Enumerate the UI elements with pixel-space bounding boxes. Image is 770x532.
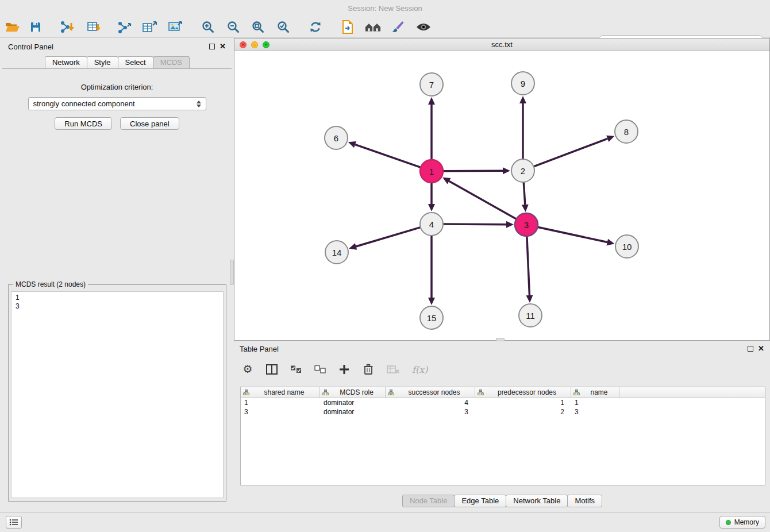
table-panel: Table Panel ✕ ⚙ f(x) shared nameMCDS rol… [234,342,770,512]
table-tab-edge-table[interactable]: Edge Table [454,495,506,507]
window-titlebar[interactable]: Session: New Session [0,0,770,16]
graph-node[interactable]: 2 [511,159,534,182]
graph-edge[interactable] [538,227,615,245]
control-tab-style[interactable]: Style [87,56,118,68]
graph-edge[interactable] [428,97,435,160]
graph-edge[interactable] [428,183,435,211]
control-tab-mcds[interactable]: MCDS [153,56,190,68]
graph-edge[interactable] [349,228,421,250]
table-tab-node-table[interactable]: Node Table [402,495,455,507]
export-image-icon[interactable] [167,18,183,36]
export-table-icon[interactable] [142,18,158,36]
memory-button[interactable]: Memory [719,516,765,529]
control-tab-network[interactable]: Network [45,56,87,68]
network-graph[interactable]: 7968124314101511 [234,51,769,340]
attribute-icon [478,390,484,395]
table-cell[interactable]: dominator [320,407,386,417]
mcds-result-title: MCDS result (2 nodes) [13,280,88,288]
float-panel-icon[interactable] [209,44,215,49]
svg-text:6: 6 [334,133,338,143]
graph-node[interactable]: 9 [511,72,534,95]
column-header-successor-nodes[interactable]: successor nodes [386,387,475,398]
table-tab-motifs[interactable]: Motifs [567,495,602,507]
table-cell[interactable]: 4 [386,398,475,407]
delete-column-trash-icon[interactable] [363,364,374,375]
graph-node[interactable]: 6 [325,126,348,149]
graph-edge[interactable] [348,141,421,168]
table-cell[interactable]: dominator [320,398,386,407]
houses-icon[interactable] [365,18,381,36]
minimize-window-icon[interactable]: − [251,41,258,48]
table-cell[interactable]: 3 [241,407,320,417]
deselect-all-icon[interactable] [314,365,326,373]
save-session-icon[interactable] [28,18,44,36]
table-cell[interactable]: 3 [571,407,619,417]
graph-edge[interactable] [519,96,526,159]
import-table-icon[interactable] [87,18,103,36]
show-details-eye-icon[interactable] [415,18,432,36]
zoom-out-icon[interactable] [225,18,241,36]
column-header-predecessor-nodes[interactable]: predecessor nodes [475,387,571,398]
export-network-icon[interactable] [117,18,133,36]
column-header-MCDS-role[interactable]: MCDS role [320,387,386,398]
svg-text:1: 1 [429,167,434,176]
show-columns-icon[interactable] [266,364,278,375]
close-window-icon[interactable]: ✕ [240,41,247,48]
criterion-dropdown[interactable]: strongly connected component [28,97,206,110]
delete-table-icon [387,365,399,374]
graph-edge[interactable] [522,182,529,212]
import-network-icon[interactable] [60,18,76,36]
graph-node[interactable]: 10 [615,235,638,258]
task-history-button[interactable] [6,516,22,529]
style-brush-icon[interactable] [390,18,406,36]
table-row[interactable]: 1dominator411 [241,398,765,407]
graph-node[interactable]: 11 [519,304,542,327]
graph-node[interactable]: 14 [325,241,348,264]
graph-edge[interactable] [443,167,510,174]
table-cell[interactable]: 1 [475,398,571,407]
create-column-icon[interactable] [338,364,350,375]
control-tab-select[interactable]: Select [118,56,153,68]
maximize-window-icon[interactable]: + [263,41,270,48]
table-tab-network-table[interactable]: Network Table [506,495,568,507]
table-options-gear-icon[interactable]: ⚙ [242,364,253,375]
run-mcds-button[interactable]: Run MCDS [55,117,112,130]
svg-text:8: 8 [624,127,629,137]
table-cell[interactable]: 1 [241,398,320,407]
vertical-splitter-handle[interactable] [230,260,234,285]
network-window-titlebar[interactable]: ✕ − + scc.txt [234,38,769,51]
column-header-filler [619,387,765,398]
graph-edge[interactable] [534,136,615,167]
open-session-icon[interactable] [5,18,21,36]
float-table-panel-icon[interactable] [748,346,753,352]
graph-node[interactable]: 3 [515,213,538,236]
graph-edge[interactable] [443,221,514,228]
zoom-fit-icon[interactable] [250,18,266,36]
optimization-criterion-label: Optimization criterion: [2,83,232,91]
close-table-panel-icon[interactable]: ✕ [758,346,764,352]
graph-node[interactable]: 15 [420,306,443,329]
document-share-icon[interactable] [340,18,356,36]
select-all-icon[interactable] [290,365,302,373]
column-header-shared-name[interactable]: shared name [241,387,320,398]
graph-node[interactable]: 1 [420,160,443,183]
apply-layout-icon[interactable] [307,18,324,36]
horizontal-splitter-handle[interactable] [496,338,505,341]
graph-node[interactable]: 8 [615,120,638,143]
close-panel-button[interactable]: Close panel [120,117,179,130]
table-cell[interactable]: 3 [386,407,475,417]
graph-edge[interactable] [526,236,533,303]
status-bar: Memory [0,512,770,532]
zoom-in-icon[interactable] [200,18,216,36]
close-panel-icon[interactable]: ✕ [220,44,226,49]
graph-edge[interactable] [442,178,516,219]
table-cell[interactable]: 2 [475,407,571,417]
zoom-selected-icon[interactable] [275,18,291,36]
column-header-name[interactable]: name [571,387,619,398]
table-cell[interactable]: 1 [571,398,619,407]
table-row[interactable]: 3dominator323 [241,407,765,417]
graph-node[interactable]: 4 [420,213,443,236]
mcds-result-area[interactable]: 13 [11,291,224,498]
graph-node[interactable]: 7 [420,73,443,96]
graph-edge[interactable] [428,236,435,305]
